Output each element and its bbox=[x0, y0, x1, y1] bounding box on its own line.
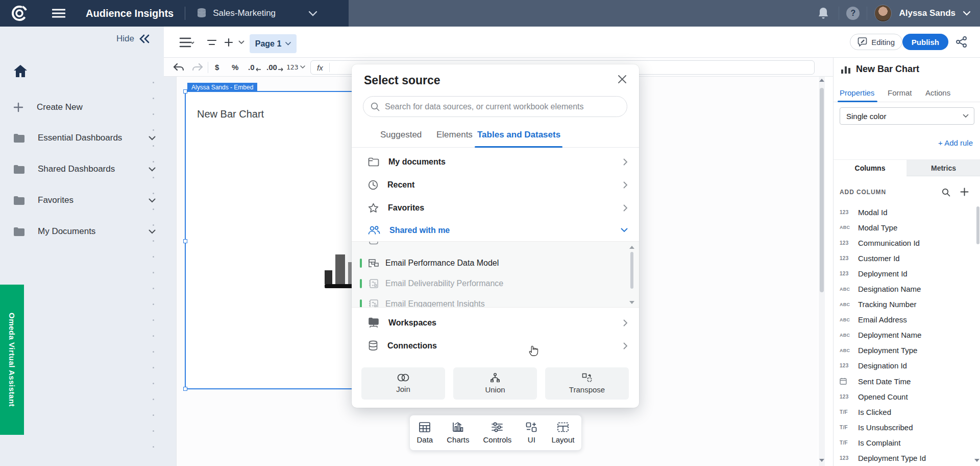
dock-item-data[interactable]: Data bbox=[417, 422, 433, 444]
scroll-up-arrow[interactable] bbox=[819, 79, 824, 82]
panel-scrollbar-thumb[interactable] bbox=[976, 206, 979, 244]
column-row[interactable]: ABCTracking Number bbox=[834, 297, 980, 312]
sidebar-item-my-documents[interactable]: My Documents bbox=[13, 226, 164, 237]
column-row[interactable]: ABCModal Type bbox=[834, 220, 980, 235]
number-format-dropdown[interactable]: 123 bbox=[286, 58, 305, 77]
column-row[interactable]: 123Deployment Type Id bbox=[834, 451, 980, 466]
number-format-label: 123 bbox=[286, 63, 298, 71]
color-mode-select[interactable]: Single color bbox=[840, 107, 974, 125]
canvas-scrollbar-thumb[interactable] bbox=[820, 88, 824, 292]
page-menu-icon[interactable] bbox=[179, 27, 194, 58]
hamburger-menu-icon[interactable] bbox=[52, 8, 65, 18]
charts-icon bbox=[452, 422, 464, 433]
panel-scroll-down-arrow[interactable] bbox=[974, 459, 979, 462]
column-row[interactable]: 123Deployment Id bbox=[834, 266, 980, 281]
clipped-item-icon bbox=[369, 241, 379, 245]
workspaces-icon bbox=[368, 317, 379, 328]
sidebar-create-new[interactable]: Create New bbox=[13, 102, 83, 112]
dock-item-controls[interactable]: Controls bbox=[483, 422, 511, 444]
scroll-down-arrow[interactable] bbox=[819, 459, 824, 462]
column-row[interactable]: Sent Date Time bbox=[834, 374, 980, 389]
source-category-connections[interactable]: Connections bbox=[352, 334, 639, 357]
workspace-selector-label[interactable]: Sales-Marketing bbox=[213, 8, 276, 18]
decrease-decimal-button[interactable]: .0 bbox=[248, 58, 261, 77]
sublist-scrollbar[interactable] bbox=[629, 244, 635, 306]
add-column-plus-icon[interactable] bbox=[960, 188, 969, 196]
workspace-chevron-down-icon[interactable] bbox=[308, 11, 317, 16]
tab-actions[interactable]: Actions bbox=[925, 88, 950, 97]
text-type-icon: ABC bbox=[840, 225, 853, 230]
source-item-email-engagement-insights[interactable]: Email Engagement Insights bbox=[352, 294, 639, 308]
notifications-bell-icon[interactable] bbox=[817, 7, 829, 20]
column-label: Sent Date Time bbox=[858, 377, 911, 386]
column-row[interactable]: ABCEmail Address bbox=[834, 312, 980, 328]
canvas-scrollbar[interactable] bbox=[819, 77, 825, 466]
add-rule-button[interactable]: + Add rule bbox=[938, 138, 973, 147]
column-row[interactable]: 123Designation Id bbox=[834, 358, 980, 374]
hide-sidebar-button[interactable]: Hide bbox=[116, 34, 150, 44]
sidebar-item-favorites[interactable]: Favorites bbox=[13, 195, 164, 205]
publish-button[interactable]: Publish bbox=[902, 34, 948, 50]
plus-icon bbox=[13, 102, 23, 112]
help-icon[interactable]: ? bbox=[846, 7, 860, 20]
resize-handle[interactable] bbox=[183, 89, 187, 94]
add-page-chevron-icon[interactable] bbox=[238, 27, 244, 58]
sidebar-home-button[interactable] bbox=[13, 64, 28, 78]
element-title: New Bar Chart bbox=[197, 108, 264, 120]
dock-item-ui[interactable]: UI bbox=[525, 422, 537, 444]
tab-suggested[interactable]: Suggested bbox=[380, 130, 422, 140]
union-button[interactable]: Union bbox=[453, 367, 537, 400]
source-category-recent[interactable]: Recent bbox=[352, 173, 639, 196]
source-category-my-documents[interactable]: My documents bbox=[352, 150, 639, 173]
user-avatar[interactable] bbox=[874, 5, 892, 22]
undo-button[interactable] bbox=[173, 58, 184, 77]
folder-icon bbox=[13, 227, 24, 236]
source-item-email-deliverability-performance[interactable]: Email Deliverability Performance bbox=[352, 273, 639, 294]
transpose-button[interactable]: Transpose bbox=[545, 367, 629, 400]
tab-columns[interactable]: Columns bbox=[834, 160, 906, 176]
increase-decimal-button[interactable]: .00 bbox=[266, 58, 284, 77]
sidebar-item-essential-dashboards[interactable]: Essential Dashboards bbox=[13, 133, 164, 143]
column-row[interactable]: ABCDeployment Type bbox=[834, 343, 980, 358]
tab-page-1[interactable]: Page 1 bbox=[250, 34, 297, 53]
dock-item-charts[interactable]: Charts bbox=[447, 422, 469, 444]
column-row[interactable]: 123Modal Id bbox=[834, 204, 980, 220]
virtual-assistant-ribbon[interactable]: Omeda Virtual Assistant bbox=[0, 285, 24, 435]
tab-metrics[interactable]: Metrics bbox=[907, 160, 980, 176]
column-row[interactable]: 123Customer Id bbox=[834, 250, 980, 266]
column-row[interactable]: ABCDeployment Name bbox=[834, 328, 980, 343]
tab-elements[interactable]: Elements bbox=[436, 130, 473, 140]
resize-handle[interactable] bbox=[183, 239, 187, 243]
join-button[interactable]: Join bbox=[361, 367, 445, 400]
tab-tables-and-datasets[interactable]: Tables and Datasets bbox=[477, 130, 560, 140]
source-category-workspaces[interactable]: Workspaces bbox=[352, 311, 639, 334]
tab-properties[interactable]: Properties bbox=[840, 88, 874, 97]
resize-handle[interactable] bbox=[183, 387, 187, 391]
column-row[interactable]: T/FIs Unsubscribed bbox=[834, 420, 980, 435]
column-row[interactable]: T/FIs Complaint bbox=[834, 435, 980, 450]
source-search-input[interactable]: Search for data sources, or current work… bbox=[363, 96, 627, 117]
add-page-button[interactable] bbox=[224, 27, 233, 58]
search-columns-icon[interactable] bbox=[942, 188, 950, 197]
redo-button[interactable] bbox=[192, 58, 203, 77]
column-row[interactable]: 123Opened Count bbox=[834, 389, 980, 404]
source-category-shared-with-me[interactable]: Shared with me bbox=[352, 219, 639, 242]
user-menu-chevron-down-icon[interactable] bbox=[963, 11, 971, 16]
omeda-logo-icon[interactable] bbox=[10, 4, 29, 22]
close-icon[interactable] bbox=[618, 75, 628, 85]
align-lines-icon[interactable] bbox=[207, 27, 217, 58]
currency-format-button[interactable]: $ bbox=[215, 58, 219, 77]
column-row[interactable]: ABCDesignation Name bbox=[834, 281, 980, 296]
percent-format-button[interactable]: % bbox=[232, 58, 238, 77]
column-row[interactable]: 123Communication Id bbox=[834, 235, 980, 250]
share-icon[interactable] bbox=[955, 36, 968, 48]
workbook-toolbar: Page 1 Editing Publish bbox=[164, 27, 980, 58]
editing-mode-button[interactable]: Editing bbox=[850, 34, 902, 50]
grid-dots bbox=[152, 82, 155, 466]
column-row[interactable]: T/FIs Clicked bbox=[834, 404, 980, 420]
sidebar-item-shared-dashboards[interactable]: Shared Dashboards bbox=[13, 164, 164, 174]
dock-item-layout[interactable]: Layout bbox=[551, 422, 574, 444]
tab-format[interactable]: Format bbox=[888, 88, 912, 97]
source-category-favorites[interactable]: Favorites bbox=[352, 196, 639, 219]
source-item-email-performance-data-model[interactable]: Email Performance Data Model bbox=[352, 253, 639, 273]
